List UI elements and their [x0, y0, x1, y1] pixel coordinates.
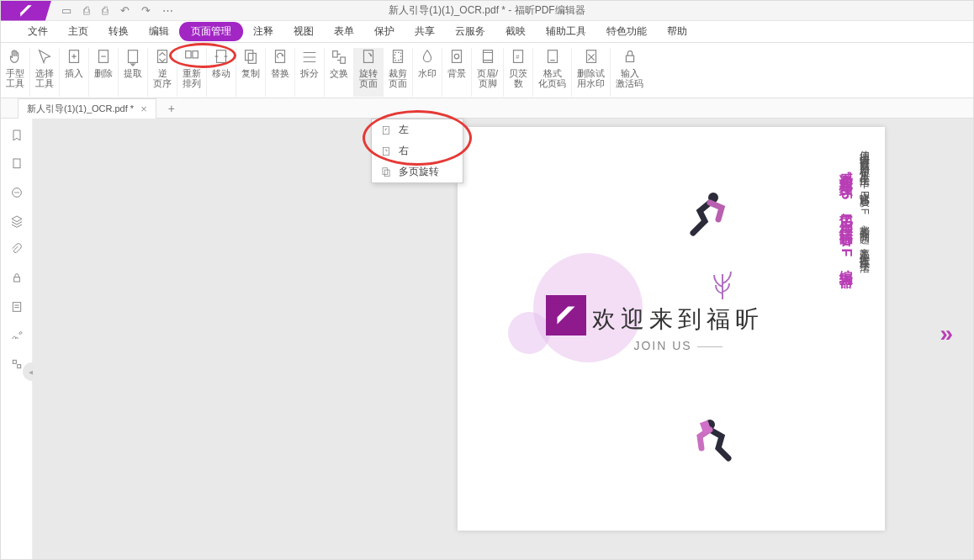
tool-header-footer[interactable]: 页眉/ 页脚 [472, 48, 504, 97]
tab-title: 新人引导(1)(1)_OCR.pdf * [27, 103, 134, 115]
join-us-text: JOIN US [633, 339, 691, 352]
headline-text: 感谢您如全球6.5亿用户一样信任福昕PDF编辑器 [837, 161, 855, 267]
app-logo [1, 1, 51, 21]
svg-rect-21 [586, 50, 596, 63]
save-icon[interactable]: ⎙ [83, 4, 90, 17]
undo-icon[interactable]: ↶ [120, 4, 130, 17]
menu-home[interactable]: 主页 [58, 21, 98, 42]
menu-cloud[interactable]: 云服务 [445, 21, 495, 42]
menu-share[interactable]: 共享 [405, 21, 445, 42]
tool-duplicate[interactable]: 复制 [236, 48, 266, 97]
running-person-illustration [685, 413, 744, 475]
menu-file[interactable]: 文件 [18, 21, 58, 42]
signature-icon[interactable] [10, 329, 24, 342]
quick-access-toolbar: ▭ ⎙ ⎙ ↶ ↷ ⋯ [51, 4, 183, 17]
menu-protect[interactable]: 保护 [364, 21, 405, 42]
document-tab[interactable]: 新人引导(1)(1)_OCR.pdf * × [18, 98, 156, 119]
running-person-illustration [676, 186, 735, 248]
rotate-right-label: 右 [399, 144, 409, 158]
leaf-icon [701, 262, 744, 307]
tool-move[interactable]: 移动 [207, 48, 236, 97]
ribbon: 手型 工具 选择 工具 插入 删除 提取 逆 页序 重新 排列 移动 复制 替换… [1, 43, 973, 98]
svg-rect-23 [13, 159, 20, 168]
tool-bates[interactable]: #贝茨 数 [504, 48, 533, 97]
tool-rearrange[interactable]: 重新 排列 [177, 48, 207, 97]
decorative-line [697, 346, 723, 347]
bookmark-icon[interactable] [10, 129, 24, 142]
tool-background[interactable]: 背景 [442, 48, 472, 97]
menu-tools[interactable]: 辅助工具 [536, 21, 596, 42]
next-page-button[interactable]: » [940, 320, 948, 347]
menu-features[interactable]: 特色功能 [596, 21, 657, 42]
rotate-multi-label: 多页旋转 [399, 165, 439, 179]
tool-replace[interactable]: 替换 [266, 48, 295, 97]
svg-rect-22 [626, 55, 633, 61]
menu-view[interactable]: 视图 [283, 21, 324, 42]
tool-extract[interactable]: 提取 [119, 48, 148, 97]
foxit-logo [546, 295, 586, 335]
rotate-right-item[interactable]: 右 [372, 140, 463, 161]
svg-rect-5 [193, 51, 198, 58]
tool-remove-watermark[interactable]: 删除试 用水印 [572, 48, 611, 97]
rotate-left-label: 左 [399, 123, 409, 137]
welcome-heading: 欢迎来到福昕 [592, 304, 764, 335]
svg-point-27 [18, 193, 19, 193]
more-icon[interactable]: ⋯ [162, 4, 173, 17]
welcome-block: 欢迎来到福昕 JOIN US [592, 304, 764, 352]
menu-edit[interactable]: 编辑 [139, 21, 179, 42]
canvas[interactable]: 欢迎来到福昕 JOIN US 感谢您如全球6.5亿用户一样信任福昕PDF编辑器 … [33, 119, 973, 559]
svg-rect-28 [13, 277, 19, 282]
redo-icon[interactable]: ↷ [141, 4, 151, 17]
tool-split[interactable]: 拆分 [295, 48, 325, 97]
svg-rect-14 [394, 53, 400, 61]
rotate-multi-item[interactable]: 多页旋转 [372, 161, 463, 182]
svg-rect-29 [13, 303, 20, 312]
svg-point-16 [454, 54, 459, 59]
tool-insert[interactable]: 插入 [60, 48, 89, 97]
comments-icon[interactable] [10, 186, 24, 199]
menu-help[interactable]: 帮助 [657, 21, 697, 42]
layers-icon[interactable] [10, 214, 24, 228]
close-tab-icon[interactable]: × [140, 103, 147, 115]
tool-activation[interactable]: 输入 激活码 [611, 48, 648, 97]
svg-rect-2 [129, 50, 138, 63]
svg-point-25 [14, 193, 15, 193]
tool-watermark[interactable]: 水印 [413, 48, 442, 97]
pdf-page: 欢迎来到福昕 JOIN US 感谢您如全球6.5亿用户一样信任福昕PDF编辑器 … [458, 127, 885, 531]
rotate-dropdown: 左 右 多页旋转 [371, 119, 463, 183]
print-icon[interactable]: ⎙ [102, 4, 109, 17]
tool-rotate[interactable]: 旋转 页面 [354, 48, 384, 97]
svg-rect-10 [333, 51, 338, 57]
svg-rect-30 [13, 360, 16, 363]
tool-hand[interactable]: 手型 工具 [1, 48, 30, 97]
svg-rect-8 [248, 53, 256, 63]
more-panels-icon[interactable] [10, 357, 24, 371]
tool-crop[interactable]: 裁剪 页面 [384, 48, 413, 97]
tool-delete[interactable]: 删除 [89, 48, 119, 97]
menu-convert[interactable]: 转换 [98, 21, 139, 42]
new-tab-button[interactable]: + [168, 102, 175, 115]
tool-reverse[interactable]: 逆 页序 [148, 48, 177, 97]
menu-form[interactable]: 表单 [324, 21, 364, 42]
svg-rect-31 [17, 365, 20, 368]
security-icon[interactable] [10, 272, 24, 285]
tool-format-pagenum[interactable]: 格式 化页码 [533, 48, 572, 97]
document-tabs: 新人引导(1)(1)_OCR.pdf * × + [1, 98, 973, 119]
rotate-left-item[interactable]: 左 [372, 119, 463, 140]
open-icon[interactable]: ▭ [61, 4, 71, 17]
pages-icon[interactable] [10, 157, 24, 171]
menu-comment[interactable]: 注释 [243, 21, 283, 42]
menu-screenshot[interactable]: 截映 [495, 21, 536, 42]
sidebar: ◀ [1, 119, 33, 559]
svg-rect-38 [384, 170, 389, 177]
menu-page-management[interactable]: 页面管理 [179, 22, 243, 41]
svg-rect-4 [186, 51, 191, 58]
svg-rect-35 [384, 126, 389, 134]
tool-swap[interactable]: 交换 [325, 48, 354, 97]
svg-text:#: # [516, 53, 520, 61]
attachments-icon[interactable] [10, 243, 24, 256]
form-icon[interactable] [10, 300, 24, 314]
titlebar: ▭ ⎙ ⎙ ↶ ↷ ⋯ 新人引导(1)(1)_OCR.pdf * - 福昕PDF… [1, 1, 973, 21]
tool-select[interactable]: 选择 工具 [30, 48, 60, 97]
sub-text: 使用编辑器可以帮助您在日常工作生活中，快速解决PDF文档方面的问题，高效工作方能… [857, 142, 871, 264]
